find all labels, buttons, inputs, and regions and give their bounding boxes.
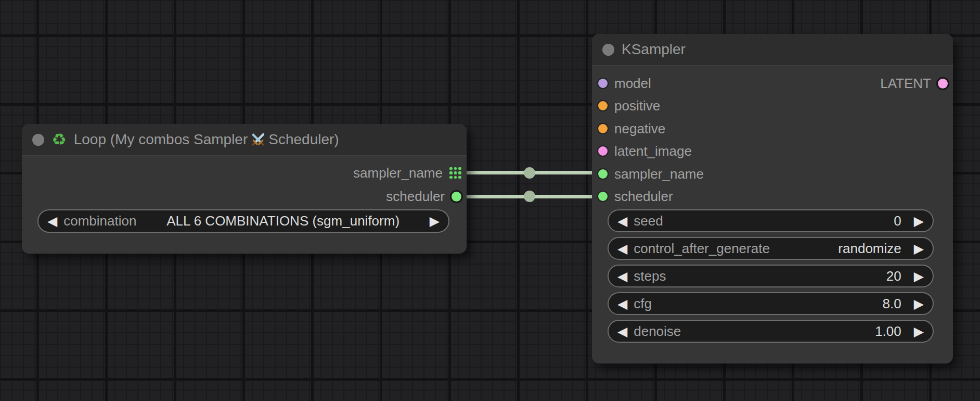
input-slot-latent-image: latent_image (598, 142, 692, 160)
collapse-dot[interactable] (602, 44, 614, 56)
slot-label: sampler_name (614, 166, 704, 182)
recycle-icon: ♻ (51, 131, 67, 148)
slot-label: positive (614, 98, 660, 114)
input-slot-positive: positive (598, 97, 660, 115)
loop-node-titlebar[interactable]: ♻ Loop (My combos Sampler (22, 124, 467, 156)
output-slot-scheduler: scheduler (386, 187, 461, 205)
increment-arrow-icon[interactable]: ▶ (914, 325, 924, 338)
title-text-before: Loop (My combos Sampler (74, 131, 248, 148)
output-dot[interactable] (938, 79, 948, 89)
widget-label: combination (63, 213, 136, 229)
steps-widget[interactable]: ◀ steps 20 ▶ (608, 265, 934, 287)
widget-label: control_after_generate (634, 241, 770, 257)
slot-label: model (614, 76, 651, 92)
combination-widget[interactable]: ◀ combination ALL 6 COMBINATIONS (sgm_un… (37, 209, 449, 233)
cfg-widget[interactable]: ◀ cfg 8.0 ▶ (608, 292, 934, 315)
output-slot-sampler-name: sampler_name (353, 164, 461, 182)
collapse-dot[interactable] (32, 134, 44, 146)
widget-value: 20 (886, 268, 901, 284)
widget-value: 0 (894, 213, 901, 229)
input-slot-sampler-name: sampler_name (598, 165, 704, 183)
widget-value: ALL 6 COMBINATIONS (sgm_uniform) (143, 213, 423, 229)
input-slot-negative: negative (598, 120, 665, 137)
slot-label: negative (614, 121, 665, 137)
decrement-arrow-icon[interactable]: ◀ (617, 215, 627, 228)
node-graph-canvas[interactable]: ♻ Loop (My combos Sampler (0, 0, 980, 401)
widget-label: denoise (634, 323, 681, 340)
widget-label: seed (634, 213, 663, 229)
crossed-swords-icon (249, 131, 267, 148)
decrement-arrow-icon[interactable]: ◀ (47, 215, 57, 228)
slot-label: scheduler (614, 189, 673, 205)
increment-arrow-icon[interactable]: ▶ (914, 270, 924, 283)
node-ksampler: KSampler model positive negative latent_… (592, 34, 953, 364)
widget-label: cfg (634, 296, 652, 312)
slot-label: latent_image (614, 143, 692, 159)
increment-arrow-icon[interactable]: ▶ (914, 215, 924, 228)
output-slot-latent: LATENT (880, 74, 948, 92)
widget-value: 1.00 (875, 323, 901, 340)
combo-grid-output-icon[interactable] (449, 167, 461, 179)
slot-label: sampler_name (353, 165, 443, 181)
loop-node-title: Loop (My combos Sampler Scheduler) (74, 131, 339, 148)
node-loop-combos: ♻ Loop (My combos Sampler (22, 124, 467, 254)
control-after-generate-widget[interactable]: ◀ control_after_generate randomize ▶ (608, 237, 934, 260)
ksampler-node-titlebar[interactable]: KSampler (592, 34, 953, 66)
decrement-arrow-icon[interactable]: ◀ (617, 297, 627, 310)
widget-value: 8.0 (883, 296, 901, 312)
decrement-arrow-icon[interactable]: ◀ (617, 242, 627, 255)
link-wire-scheduler[interactable] (465, 195, 606, 198)
title-text-after: Scheduler) (268, 131, 339, 148)
input-slot-scheduler: scheduler (598, 187, 673, 205)
link-midpoint-dot[interactable] (524, 191, 535, 202)
ksampler-node-title: KSampler (622, 41, 686, 58)
input-dot[interactable] (598, 146, 608, 156)
input-slot-model: model (598, 74, 651, 92)
link-midpoint-dot[interactable] (524, 167, 535, 179)
increment-arrow-icon[interactable]: ▶ (914, 242, 924, 255)
seed-widget[interactable]: ◀ seed 0 ▶ (608, 209, 934, 232)
increment-arrow-icon[interactable]: ▶ (430, 215, 440, 228)
decrement-arrow-icon[interactable]: ◀ (617, 270, 627, 283)
slot-label: LATENT (880, 76, 931, 92)
input-dot[interactable] (598, 101, 608, 110)
output-dot[interactable] (452, 192, 461, 202)
input-dot[interactable] (598, 79, 608, 88)
widget-value: randomize (838, 241, 901, 257)
slot-label: scheduler (386, 189, 445, 205)
increment-arrow-icon[interactable]: ▶ (914, 297, 924, 310)
input-dot[interactable] (598, 124, 608, 133)
link-wire-sampler-name[interactable] (465, 171, 606, 174)
decrement-arrow-icon[interactable]: ◀ (617, 325, 627, 338)
input-dot[interactable] (598, 192, 608, 201)
input-dot[interactable] (598, 169, 608, 179)
denoise-widget[interactable]: ◀ denoise 1.00 ▶ (608, 320, 934, 343)
widget-label: steps (634, 268, 666, 284)
